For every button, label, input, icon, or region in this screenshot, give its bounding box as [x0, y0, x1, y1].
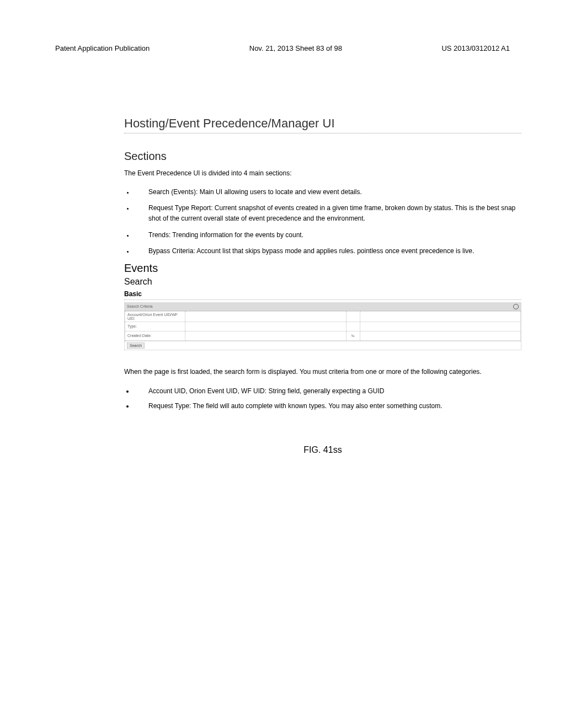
- search-panel-footer: Search: [125, 341, 521, 350]
- basic-heading: Basic: [124, 290, 521, 300]
- search-panel-body: Account/Orion Event UID/WF UID: Type: Cr…: [125, 311, 521, 341]
- figure-label: FIG. 41ss: [124, 445, 521, 455]
- list-item: Request Type: The field will auto comple…: [134, 401, 521, 411]
- date-from-input[interactable]: [185, 331, 347, 340]
- date-label: Created Date:: [125, 331, 185, 340]
- date-to-input[interactable]: [360, 331, 521, 340]
- search-criteria-panel: Search Criteria Account/Orion Event UID/…: [124, 302, 521, 350]
- patent-page: Patent Application Publication Nov. 21, …: [0, 0, 565, 728]
- content-area: Hosting/Event Precedence/Manager UI Sect…: [124, 116, 521, 455]
- header-left: Patent Application Publication: [55, 44, 150, 52]
- page-header: Patent Application Publication Nov. 21, …: [55, 44, 510, 56]
- search-button[interactable]: Search: [127, 342, 145, 349]
- header-right: US 2013/0312012 A1: [441, 44, 510, 52]
- list-item: Account UID, Orion Event UID, WF UID: St…: [134, 386, 521, 397]
- search-panel-title: Search Criteria: [127, 304, 153, 308]
- to-label: To: [346, 331, 360, 340]
- type-label: Type:: [125, 322, 185, 331]
- spacer: [346, 311, 360, 322]
- spacer: [346, 322, 360, 331]
- gear-icon[interactable]: [513, 304, 519, 309]
- type-input-2[interactable]: [360, 322, 521, 331]
- uid-label: Account/Orion Event UID/WF UID:: [125, 311, 185, 322]
- header-mid: Nov. 21, 2013 Sheet 83 of 98: [249, 44, 342, 52]
- page-title: Hosting/Event Precedence/Manager UI: [124, 116, 521, 133]
- events-heading: Events: [124, 262, 521, 275]
- after-text: When the page is first loaded, the searc…: [124, 367, 521, 377]
- list-item: Search (Events): Main UI allowing users …: [134, 187, 521, 197]
- after-list: Account UID, Orion Event UID, WF UID: St…: [124, 386, 521, 411]
- sections-intro: The Event Precedence UI is divided into …: [124, 169, 521, 177]
- type-input[interactable]: [185, 322, 347, 331]
- search-heading: Search: [124, 277, 521, 287]
- search-panel-header: Search Criteria: [125, 303, 521, 311]
- list-item: Request Type Report: Current snapshot of…: [134, 203, 521, 224]
- sections-heading: Sections: [124, 150, 521, 163]
- uid-input[interactable]: [185, 311, 347, 322]
- list-item: Bypass Criteria: Account list that skips…: [134, 246, 521, 256]
- sections-list: Search (Events): Main UI allowing users …: [124, 187, 521, 256]
- uid-input-2[interactable]: [360, 311, 521, 322]
- list-item: Trends: Trending information for the eve…: [134, 230, 521, 240]
